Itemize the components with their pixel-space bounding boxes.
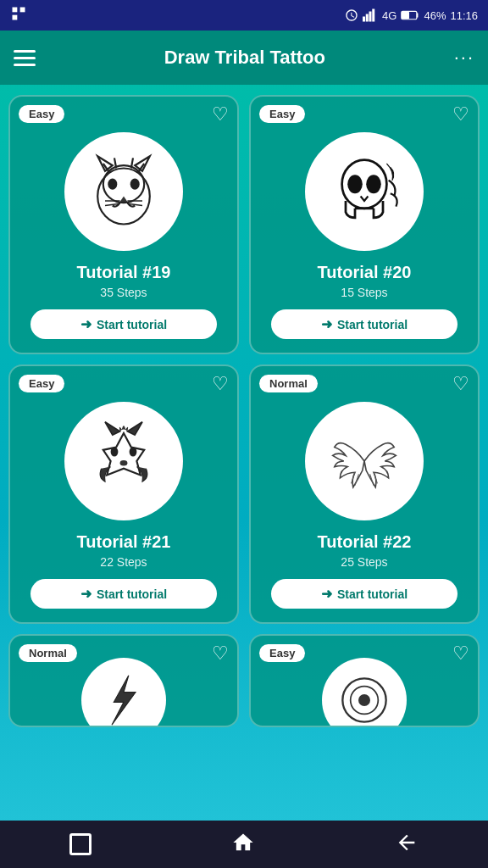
svg-rect-3 (363, 17, 365, 22)
difficulty-badge-23: Normal (19, 644, 77, 662)
bottom-nav (0, 821, 488, 868)
heart-icon-20[interactable]: ♡ (452, 103, 469, 125)
card-image-21 (64, 402, 183, 520)
card-image-19 (64, 132, 183, 251)
app-bar: Draw Tribal Tattoo ··· (0, 31, 488, 85)
difficulty-badge-19: Easy (19, 105, 64, 123)
card-title-21: Tutorial #21 (77, 532, 171, 552)
start-tutorial-20-button[interactable]: ➜ Start tutorial (271, 309, 458, 339)
card-grid: Easy ♡ (0, 85, 488, 737)
svg-rect-5 (369, 12, 372, 22)
menu-icon[interactable] (14, 50, 36, 66)
svg-rect-0 (13, 8, 18, 13)
heart-icon-21[interactable]: ♡ (212, 373, 229, 395)
svg-rect-4 (366, 14, 369, 22)
start-tutorial-19-button[interactable]: ➜ Start tutorial (30, 309, 217, 339)
card-image-22 (305, 402, 424, 520)
card-steps-21: 22 Steps (100, 555, 147, 569)
svg-point-9 (82, 150, 166, 234)
svg-point-25 (323, 150, 407, 234)
svg-rect-1 (20, 8, 25, 13)
svg-point-18 (108, 179, 117, 190)
home-icon[interactable] (231, 831, 255, 858)
card-steps-20: 15 Steps (341, 286, 387, 299)
difficulty-badge-22: Normal (259, 375, 318, 392)
card-title-22: Tutorial #22 (318, 532, 412, 552)
status-icons: 4G 46% 11:16 (345, 8, 478, 22)
heart-icon-23[interactable]: ♡ (212, 643, 229, 665)
square-icon[interactable] (69, 833, 92, 855)
svg-point-28 (366, 175, 381, 193)
card-tutorial-20: Easy ♡ Tutorial #20 15 Steps (249, 95, 480, 354)
card-image-20 (305, 132, 424, 251)
svg-rect-2 (13, 15, 18, 20)
svg-point-19 (130, 179, 140, 190)
heart-icon-19[interactable]: ♡ (212, 103, 229, 125)
card-tutorial-19: Easy ♡ (8, 95, 239, 354)
card-tutorial-21: Easy ♡ Tutorial #21 (8, 364, 239, 624)
svg-rect-8 (402, 12, 409, 19)
svg-point-32 (111, 448, 119, 457)
svg-point-38 (358, 694, 370, 706)
battery-percentage: 46% (424, 9, 446, 22)
svg-rect-6 (372, 9, 374, 22)
card-tutorial-24-partial: Easy ♡ (249, 634, 480, 727)
card-title-19: Tutorial #19 (77, 263, 171, 282)
card-steps-22: 25 Steps (341, 555, 387, 569)
difficulty-badge-24: Easy (259, 644, 305, 662)
signal-type: 4G (382, 9, 396, 22)
more-options-icon[interactable]: ··· (454, 47, 474, 69)
card-title-20: Tutorial #20 (318, 263, 412, 282)
svg-point-33 (130, 448, 137, 457)
back-icon[interactable] (395, 831, 419, 858)
difficulty-badge-20: Easy (259, 105, 305, 123)
time: 11:16 (450, 9, 478, 22)
start-tutorial-21-button[interactable]: ➜ Start tutorial (30, 579, 217, 609)
status-bar: 4G 46% 11:16 (0, 0, 488, 31)
app-title: Draw Tribal Tattoo (49, 47, 441, 69)
difficulty-badge-21: Easy (19, 375, 64, 392)
notification-icon (10, 5, 27, 25)
card-steps-19: 35 Steps (100, 286, 147, 299)
start-tutorial-22-button[interactable]: ➜ Start tutorial (271, 579, 458, 609)
card-tutorial-23-partial: Normal ♡ (8, 634, 239, 727)
heart-icon-24[interactable]: ♡ (452, 643, 469, 665)
svg-point-34 (120, 460, 128, 466)
card-tutorial-22: Normal ♡ Tutorial #22 25 Steps ➜ Start t… (249, 364, 480, 624)
heart-icon-22[interactable]: ♡ (452, 373, 469, 395)
svg-point-27 (347, 175, 363, 193)
